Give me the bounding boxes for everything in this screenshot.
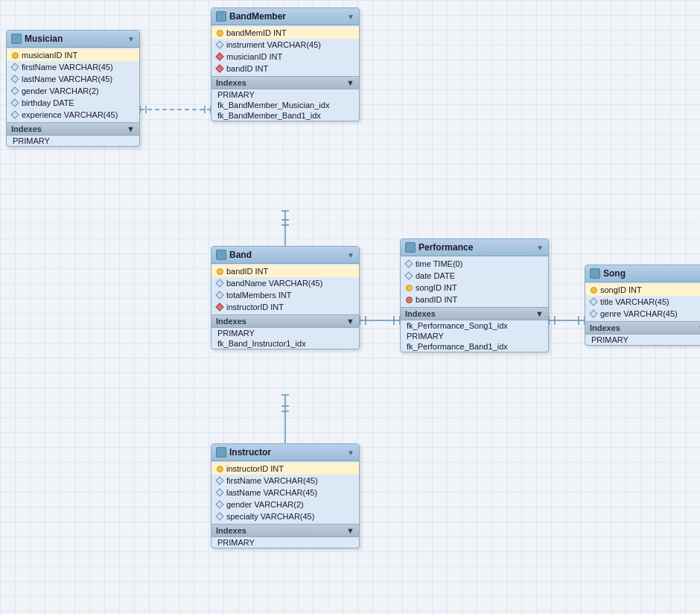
performance-fields: time TIME(0) date DATE songID INT bandID… (401, 256, 548, 307)
song-table: Song ▼ songID INT title VARCHAR(45) genr… (585, 265, 700, 346)
instructor-table-icon (216, 447, 226, 458)
performance-title: Performance (419, 242, 533, 253)
bandmember-index-band: fk_BandMember_Band1_idx (211, 110, 359, 121)
key-icon (11, 51, 19, 59)
performance-table: Performance ▼ time TIME(0) date DATE son… (400, 238, 549, 352)
song-index-primary: PRIMARY (585, 335, 700, 345)
field-instructor-firstName: firstName VARCHAR(45) (211, 475, 359, 487)
bandmember-table: BandMember ▼ bandMemID INT instrument VA… (211, 7, 360, 121)
song-header: Song ▼ (585, 265, 700, 282)
bandmember-fields: bandMemID INT instrument VARCHAR(45) mus… (211, 25, 359, 76)
musician-header: Musician ▼ (7, 31, 139, 48)
field-bandName: bandName VARCHAR(45) (211, 277, 359, 289)
instructor-header: Instructor ▼ (211, 444, 359, 461)
field-genre: genre VARCHAR(45) (585, 308, 700, 320)
musician-title: Musician (25, 34, 124, 44)
field-totalMembers: totalMembers INT (211, 289, 359, 301)
field-instrument: instrument VARCHAR(45) (211, 39, 359, 51)
song-table-icon (590, 268, 600, 279)
instructor-indexes-header: Indexes ▼ (211, 524, 359, 537)
bandmember-index-primary: PRIMARY (211, 89, 359, 100)
band-index-instructor: fk_Band_Instructor1_idx (211, 338, 359, 349)
band-fields: bandID INT bandName VARCHAR(45) totalMem… (211, 264, 359, 314)
field-instructor-lastName: lastName VARCHAR(45) (211, 487, 359, 499)
field-bandID-perf: bandID INT (401, 294, 548, 306)
field-songID: songID INT (585, 284, 700, 296)
field-bandID: bandID INT (211, 265, 359, 277)
field-musicianID: musicianID INT (7, 49, 139, 61)
band-table: Band ▼ bandID INT bandName VARCHAR(45) t… (211, 246, 360, 349)
musician-indexes-header: Indexes ▼ (7, 122, 139, 136)
bandmember-table-icon (216, 11, 226, 22)
band-index-primary: PRIMARY (211, 328, 359, 338)
band-indexes-header: Indexes ▼ (211, 314, 359, 328)
field-lastName: lastName VARCHAR(45) (7, 73, 139, 85)
field-firstName: firstName VARCHAR(45) (7, 61, 139, 73)
field-birthday: birthday DATE (7, 97, 139, 109)
instructor-title: Instructor (229, 447, 344, 458)
field-title: title VARCHAR(45) (585, 296, 700, 308)
instructor-index-primary: PRIMARY (211, 537, 359, 548)
field-bandMemID: bandMemID INT (211, 27, 359, 39)
field-bandID-fk: bandID INT (211, 63, 359, 75)
musician-table: Musician ▼ musicianID INT firstName VARC… (6, 30, 140, 147)
song-fields: songID INT title VARCHAR(45) genre VARCH… (585, 282, 700, 321)
field-instructorID: instructorID INT (211, 463, 359, 475)
performance-header: Performance ▼ (401, 239, 548, 256)
bandmember-index-musician: fk_BandMember_Musician_idx (211, 100, 359, 110)
instructor-fields: instructorID INT firstName VARCHAR(45) l… (211, 461, 359, 524)
bandmember-header: BandMember ▼ (211, 8, 359, 25)
musician-table-icon (11, 34, 22, 44)
performance-index-song: fk_Performance_Song1_idx (401, 320, 548, 331)
field-instructor-gender: gender VARCHAR(2) (211, 499, 359, 510)
performance-table-icon (405, 242, 416, 253)
band-title: Band (229, 250, 344, 260)
band-table-icon (216, 250, 226, 260)
instructor-table: Instructor ▼ instructorID INT firstName … (211, 443, 360, 548)
field-specialty: specialty VARCHAR(45) (211, 510, 359, 522)
field-experience: experience VARCHAR(45) (7, 109, 139, 121)
field-date: date DATE (401, 270, 548, 282)
field-time: time TIME(0) (401, 258, 548, 270)
song-indexes-header: Indexes ▼ (585, 321, 700, 335)
bandmember-indexes-header: Indexes ▼ (211, 76, 359, 89)
field-instructorID-fk: instructorID INT (211, 301, 359, 313)
song-title: Song (603, 268, 696, 279)
band-header: Band ▼ (211, 247, 359, 264)
field-musicianID-fk: musicianID INT (211, 51, 359, 63)
performance-indexes-header: Indexes ▼ (401, 307, 548, 320)
musician-index-primary: PRIMARY (7, 136, 139, 146)
musician-fields: musicianID INT firstName VARCHAR(45) las… (7, 48, 139, 122)
field-songID: songID INT (401, 282, 548, 294)
field-gender: gender VARCHAR(2) (7, 85, 139, 97)
performance-index-band: fk_Performance_Band1_idx (401, 341, 548, 352)
performance-index-primary: PRIMARY (401, 331, 548, 341)
bandmember-title: BandMember (229, 11, 344, 22)
